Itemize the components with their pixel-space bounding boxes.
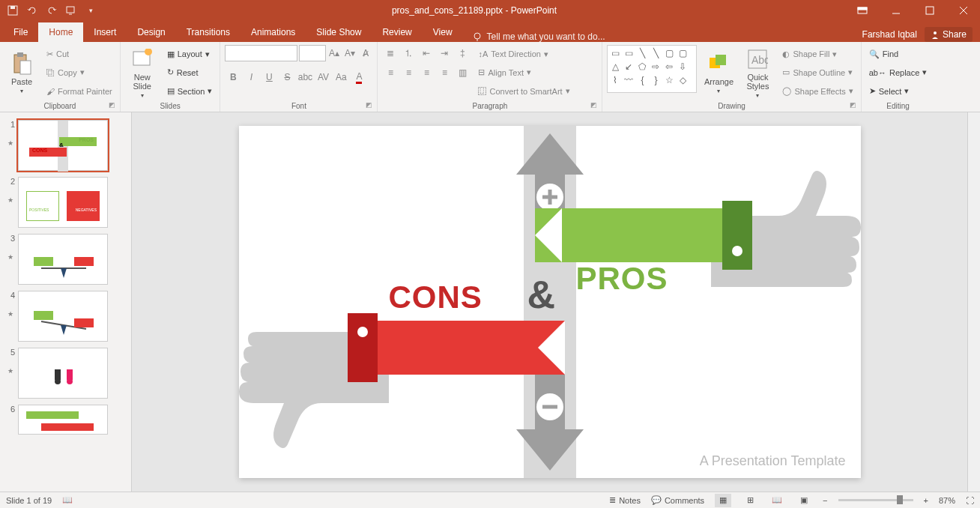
underline-button[interactable]: U: [261, 69, 277, 85]
zoom-out-icon[interactable]: −: [823, 496, 827, 505]
green-button-dot: [732, 246, 742, 256]
reading-view-icon[interactable]: 📖: [769, 494, 785, 507]
new-slide-button[interactable]: New Slide▾: [125, 45, 160, 100]
font-color-button[interactable]: A: [351, 69, 367, 85]
share-button[interactable]: Share: [925, 27, 973, 42]
minimize-icon[interactable]: [879, 0, 913, 21]
tab-design[interactable]: Design: [127, 22, 175, 42]
align-text-button[interactable]: ⊟Align Text ▾: [475, 64, 572, 81]
align-left-button[interactable]: ≡: [382, 64, 399, 81]
maximize-icon[interactable]: [913, 0, 946, 21]
shape-fill-button[interactable]: ◐Shape Fill ▾: [779, 46, 856, 62]
increase-indent-button[interactable]: ⇥: [436, 45, 453, 61]
zoom-in-icon[interactable]: +: [924, 496, 928, 505]
ribbon: Paste▾ ✂Cut ⿻Copy ▾ 🖌Format Painter Clip…: [0, 42, 980, 112]
spacing-button[interactable]: AV: [315, 69, 331, 85]
section-button[interactable]: ▤Section ▾: [164, 83, 216, 100]
normal-view-icon[interactable]: ▦: [715, 494, 731, 507]
undo-icon[interactable]: [25, 4, 39, 17]
copy-button[interactable]: ⿻Copy ▾: [43, 64, 115, 81]
bullets-button[interactable]: ≣: [382, 45, 399, 61]
thumbnail-5[interactable]: [18, 348, 108, 399]
ribbon-tabs: File Home Insert Design Transitions Anim…: [0, 21, 980, 42]
notes-button[interactable]: ≣ Notes: [609, 495, 641, 505]
tab-transitions[interactable]: Transitions: [176, 22, 241, 42]
align-center-button[interactable]: ≡: [400, 64, 417, 81]
sorter-view-icon[interactable]: ⊞: [742, 494, 758, 507]
user-name[interactable]: Farshad Iqbal: [862, 29, 917, 40]
slide-canvas[interactable]: CONS & PROS A Presentation Template: [132, 112, 967, 492]
slide-thumbnail-panel[interactable]: 1★CONSPROS& 2★POSITIVESNEGATIVES 3★ 4★ 5…: [0, 112, 132, 492]
align-right-button[interactable]: ≡: [418, 64, 435, 81]
red-arm-cut: [538, 321, 565, 375]
svg-rect-30: [55, 369, 61, 380]
arrange-button[interactable]: Arrange▾: [701, 45, 736, 100]
cut-button[interactable]: ✂Cut: [43, 46, 115, 62]
svg-rect-6: [926, 7, 934, 14]
vertical-scrollbar[interactable]: [967, 112, 980, 492]
line-spacing-button[interactable]: ‡: [454, 45, 471, 61]
shape-outline-button[interactable]: ▭Shape Outline ▾: [779, 64, 856, 81]
thumbnail-4[interactable]: [18, 291, 108, 342]
clear-format-icon[interactable]: A̷: [358, 45, 372, 61]
zoom-slider[interactable]: [838, 499, 913, 501]
replace-icon: ab↔: [869, 68, 886, 77]
shape-effects-button[interactable]: ◯Shape Effects ▾: [779, 83, 856, 100]
cons-text: CONS: [389, 279, 483, 315]
case-button[interactable]: Aa: [333, 69, 349, 85]
numbering-button[interactable]: ⒈: [400, 45, 417, 61]
justify-button[interactable]: ≡: [436, 64, 453, 81]
slide-counter[interactable]: Slide 1 of 19: [6, 496, 52, 505]
redo-icon[interactable]: [45, 4, 58, 17]
quick-styles-button[interactable]: Abc Quick Styles▾: [740, 45, 775, 100]
paragraph-dialog-icon[interactable]: ◩: [590, 101, 597, 109]
start-from-beginning-icon[interactable]: [64, 4, 78, 17]
align-text-icon: ⊟: [478, 67, 485, 77]
paste-button[interactable]: Paste▾: [4, 45, 39, 100]
thumbnail-1[interactable]: CONSPROS&: [18, 120, 108, 171]
smartart-button[interactable]: ⿶Convert to SmartArt ▾: [475, 83, 572, 100]
fit-to-window-icon[interactable]: ⛶: [966, 496, 974, 505]
decrease-indent-button[interactable]: ⇤: [418, 45, 435, 61]
shapes-gallery[interactable]: ▭▭╲╲▢▢ △↙⬠⇨⇦⇩ ⌇〰{}☆◇: [607, 45, 697, 93]
layout-button[interactable]: ▦Layout ▾: [164, 46, 216, 62]
reset-button[interactable]: ↻Reset: [164, 64, 216, 81]
close-icon[interactable]: [946, 0, 980, 21]
font-dialog-icon[interactable]: ◩: [366, 101, 372, 109]
text-direction-button[interactable]: ↕AText Direction ▾: [475, 46, 572, 62]
tab-animations[interactable]: Animations: [241, 22, 306, 42]
tab-review[interactable]: Review: [372, 22, 422, 42]
thumbnail-6[interactable]: [18, 405, 108, 435]
shadow-button[interactable]: abc: [297, 69, 313, 85]
tab-home[interactable]: Home: [38, 22, 83, 42]
increase-font-icon[interactable]: A▴: [327, 45, 342, 61]
decrease-font-icon[interactable]: A▾: [343, 45, 357, 61]
tell-me-search[interactable]: Tell me what you want to do...: [472, 31, 605, 42]
find-button[interactable]: 🔍Find: [866, 46, 931, 62]
comments-button[interactable]: 💬 Comments: [651, 495, 704, 505]
format-painter-button[interactable]: 🖌Format Painter: [43, 83, 115, 100]
font-size-combo[interactable]: [299, 45, 326, 61]
zoom-level[interactable]: 87%: [939, 496, 955, 505]
bold-button[interactable]: B: [225, 69, 241, 85]
qat-customize-icon[interactable]: ▾: [84, 4, 97, 17]
slideshow-view-icon[interactable]: ▣: [796, 494, 812, 507]
select-button[interactable]: ➤Select ▾: [866, 83, 931, 100]
tab-insert[interactable]: Insert: [83, 22, 127, 42]
replace-button[interactable]: ab↔Replace ▾: [866, 64, 931, 81]
ribbon-display-icon[interactable]: [845, 0, 879, 21]
font-family-combo[interactable]: [225, 45, 297, 61]
spellcheck-icon[interactable]: 📖: [62, 495, 73, 505]
drawing-dialog-icon[interactable]: ◩: [850, 101, 856, 109]
thumbnail-3[interactable]: [18, 234, 108, 285]
italic-button[interactable]: I: [243, 69, 259, 85]
clipboard-dialog-icon[interactable]: ◩: [109, 101, 115, 109]
tab-slideshow[interactable]: Slide Show: [306, 22, 372, 42]
thumbnail-2[interactable]: POSITIVESNEGATIVES: [18, 177, 108, 228]
tab-view[interactable]: View: [423, 22, 463, 42]
save-icon[interactable]: [6, 4, 19, 17]
strike-button[interactable]: S: [279, 69, 295, 85]
paste-icon: [10, 52, 34, 76]
tab-file[interactable]: File: [3, 22, 38, 42]
columns-button[interactable]: ▥: [454, 64, 471, 81]
